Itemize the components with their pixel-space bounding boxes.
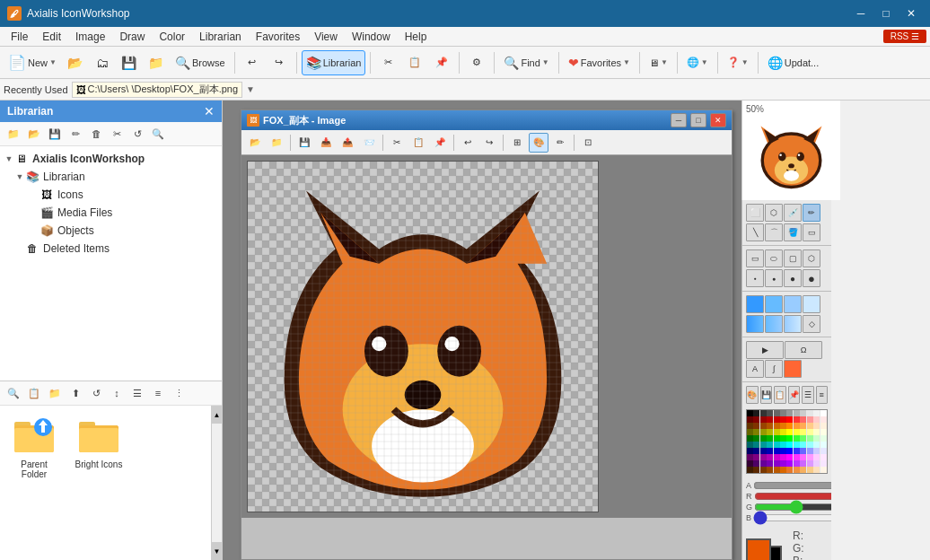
color-cell[interactable] — [747, 410, 753, 416]
color-cell[interactable] — [794, 435, 800, 442]
sidebar-search-btn[interactable]: 🔍 — [148, 124, 168, 144]
color-cell[interactable] — [807, 454, 813, 460]
tool-color-blue[interactable] — [746, 295, 764, 313]
color-cell[interactable] — [747, 435, 753, 442]
color-cell[interactable] — [760, 435, 767, 442]
img-save2-btn[interactable]: 📥 — [316, 133, 336, 153]
close-button[interactable]: ✕ — [899, 4, 923, 22]
tool-color-ltblue2[interactable] — [784, 295, 802, 313]
update-button[interactable]: 🌐 Updat... — [763, 50, 824, 75]
sidebar-bottom-btn7[interactable]: ☰ — [127, 383, 147, 403]
new-button[interactable]: 📄 New ▼ — [4, 50, 61, 75]
color-cell[interactable] — [786, 454, 793, 460]
menu-view[interactable]: View — [307, 29, 345, 45]
image-win-close[interactable]: ✕ — [710, 113, 726, 127]
color-cell[interactable] — [747, 448, 753, 454]
color-cell[interactable] — [786, 416, 793, 423]
color-cell[interactable] — [753, 423, 759, 429]
img-import-btn[interactable]: 📨 — [359, 133, 379, 153]
color-cell[interactable] — [753, 416, 759, 423]
color-tool-4[interactable]: 📌 — [788, 386, 801, 404]
favorites-button[interactable]: ❤ Favorites ▼ — [564, 50, 635, 75]
img-grid-btn[interactable]: ⊞ — [507, 133, 527, 153]
red-slider[interactable] — [754, 493, 832, 500]
sidebar-bottom-btn2[interactable]: 📋 — [24, 383, 44, 403]
color-cell[interactable] — [774, 448, 780, 454]
tool-roundrect[interactable]: ▢ — [784, 249, 802, 267]
tree-item-root[interactable]: ▼ 🖥 Axialis IconWorkshop — [0, 150, 222, 168]
tool-ellipse[interactable]: ⬭ — [765, 249, 783, 267]
color-cell[interactable] — [813, 416, 820, 423]
color-cell[interactable] — [813, 442, 820, 448]
color-cell[interactable] — [800, 435, 806, 442]
color-cell[interactable] — [813, 460, 820, 467]
color-cell[interactable] — [786, 435, 793, 442]
img-extra-btn[interactable]: ⊡ — [578, 133, 598, 153]
tool-letter-a[interactable]: A — [746, 360, 764, 378]
librarian-open-button[interactable]: 🗂 — [90, 50, 115, 75]
color-cell[interactable] — [747, 416, 753, 423]
img-undo-btn[interactable]: ↩ — [458, 133, 478, 153]
color-cell[interactable] — [786, 460, 793, 467]
color-cell[interactable] — [813, 429, 820, 435]
rss-button[interactable]: RSS ☰ — [883, 30, 926, 43]
icon-parent-folder[interactable]: Parent Folder — [7, 413, 61, 479]
sidebar-new-btn[interactable]: 📁 — [4, 124, 23, 144]
color-cell[interactable] — [794, 410, 800, 416]
color-cell[interactable] — [807, 429, 813, 435]
tool-color-pick[interactable] — [784, 360, 802, 378]
open-button[interactable]: 📂 — [63, 50, 88, 75]
color-cell[interactable] — [760, 429, 767, 435]
img-pen-btn[interactable]: ✏ — [550, 133, 570, 153]
color-cell[interactable] — [753, 448, 759, 454]
color-cell[interactable] — [774, 423, 780, 429]
sidebar-bottom-btn6[interactable]: ↕ — [107, 383, 127, 403]
color-palette[interactable] — [746, 409, 828, 474]
color-cell[interactable] — [820, 410, 827, 416]
tool-arrow[interactable]: ▶ — [746, 341, 784, 359]
color-cell[interactable] — [753, 454, 759, 460]
color-cell[interactable] — [807, 410, 813, 416]
color-cell[interactable] — [813, 423, 820, 429]
color-cell[interactable] — [760, 416, 767, 423]
color-cell[interactable] — [767, 442, 773, 448]
color-cell[interactable] — [807, 423, 813, 429]
color-cell[interactable] — [774, 442, 780, 448]
color-cell[interactable] — [794, 416, 800, 423]
color-cell[interactable] — [780, 460, 786, 467]
tree-item-icons[interactable]: 🖼 Icons — [0, 186, 222, 204]
color-cell[interactable] — [780, 416, 786, 423]
color-cell[interactable] — [774, 460, 780, 467]
color-cell[interactable] — [786, 448, 793, 454]
menu-edit[interactable]: Edit — [35, 29, 68, 45]
sidebar-edit-btn[interactable]: ✏ — [66, 124, 85, 144]
color-cell[interactable] — [813, 410, 820, 416]
sidebar-save-btn[interactable]: 💾 — [45, 124, 65, 144]
tool-select-free[interactable]: ⬡ — [765, 204, 783, 222]
color-cell[interactable] — [760, 460, 767, 467]
color-cell[interactable] — [774, 416, 780, 423]
sidebar-bottom-btn3[interactable]: 📁 — [45, 383, 65, 403]
tool-diamond[interactable]: ◇ — [803, 315, 820, 333]
tool-fill[interactable]: 🪣 — [784, 223, 802, 241]
tool-rect[interactable]: ▭ — [746, 249, 764, 267]
sidebar-bottom-btn4[interactable]: ⬆ — [66, 383, 85, 403]
tool-color-ltblue[interactable] — [765, 295, 783, 313]
new-dropdown-arrow[interactable]: ▼ — [49, 58, 57, 66]
color-cell[interactable] — [767, 410, 773, 416]
tool-polygon[interactable]: ⬡ — [803, 249, 820, 267]
menu-favorites[interactable]: Favorites — [249, 29, 307, 45]
color-cell[interactable] — [767, 416, 773, 423]
color-cell[interactable] — [760, 442, 767, 448]
tool-gradient2[interactable] — [765, 315, 783, 333]
tool-gradient3[interactable] — [784, 315, 802, 333]
tool-curve2[interactable]: ∫ — [765, 360, 783, 378]
menu-color[interactable]: Color — [152, 29, 192, 45]
globe-button[interactable]: 🌐▼ — [682, 50, 713, 75]
color-cell[interactable] — [753, 435, 759, 442]
color-cell[interactable] — [813, 467, 820, 473]
color-cell[interactable] — [780, 423, 786, 429]
img-paste-btn[interactable]: 📌 — [430, 133, 450, 153]
color-cell[interactable] — [747, 467, 753, 473]
menu-draw[interactable]: Draw — [112, 29, 152, 45]
